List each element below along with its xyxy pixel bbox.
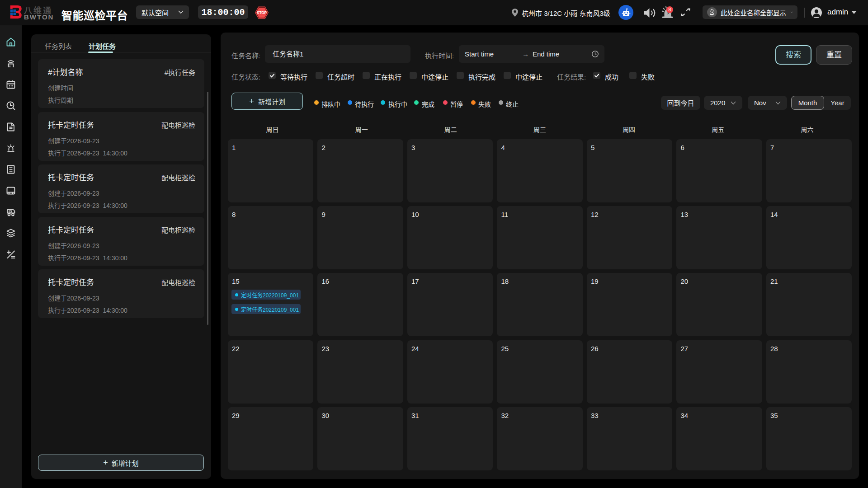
svg-text:STOP: STOP [257,11,267,15]
